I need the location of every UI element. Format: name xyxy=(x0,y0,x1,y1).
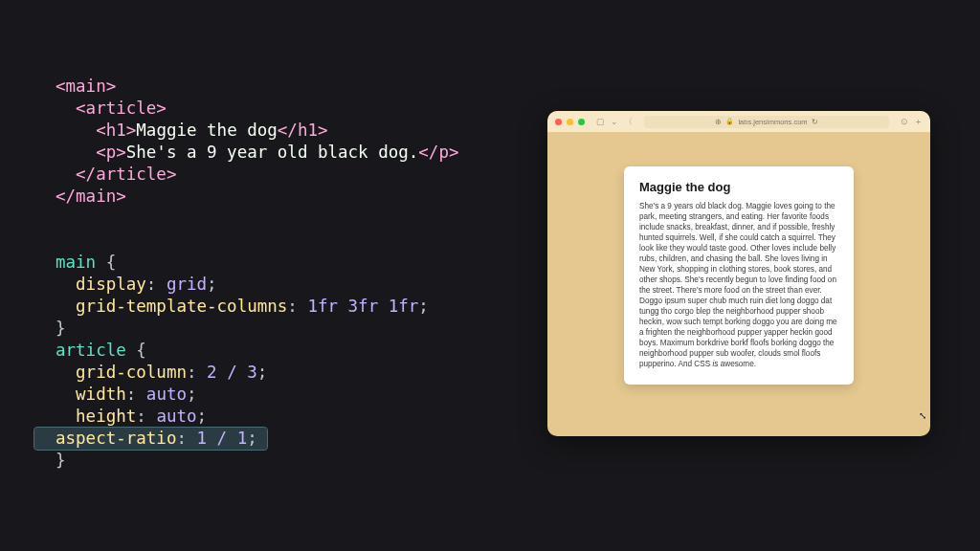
browser-window: ▢ ⌄ 〈 ⊕ 🔒 labs.jensimmons.com ↻ ⊙ ＋ Magg… xyxy=(547,111,930,436)
html-tag: </article> xyxy=(76,165,176,184)
css-selector: article xyxy=(56,341,126,360)
css-prop: grid-template-columns xyxy=(76,297,287,316)
css-val: 1 / 1 xyxy=(197,429,248,448)
css-prop: grid-column xyxy=(76,363,187,382)
css-val: 1fr 3fr 1fr xyxy=(307,297,418,316)
lock-icon: 🔒 xyxy=(725,118,734,125)
browser-toolbar: ▢ ⌄ 〈 ⊕ 🔒 labs.jensimmons.com ↻ ⊙ ＋ xyxy=(547,111,930,132)
code-block: <main> <article> <h1>Maggie the dog</h1>… xyxy=(56,54,458,472)
reload-icon[interactable]: ↻ xyxy=(812,118,818,126)
close-icon[interactable] xyxy=(555,119,562,125)
url-text: labs.jensimmons.com xyxy=(738,118,807,126)
window-traffic-lights[interactable] xyxy=(555,119,585,125)
html-tag: <article> xyxy=(76,99,167,118)
sidebar-icon[interactable]: ▢ xyxy=(596,117,605,126)
html-tag: <h1> xyxy=(96,121,136,140)
chevron-down-icon[interactable]: ⌄ xyxy=(611,117,618,126)
css-prop: width xyxy=(76,385,126,404)
css-prop: display xyxy=(76,275,146,294)
article-title: Maggie the dog xyxy=(639,180,838,194)
css-val: auto xyxy=(156,407,196,426)
css-val: grid xyxy=(167,275,207,294)
html-tag: <p> xyxy=(96,143,126,162)
page-viewport: Maggie the dog She's a 9 years old black… xyxy=(547,132,930,436)
minimize-icon[interactable] xyxy=(567,119,573,125)
html-tag: </p> xyxy=(418,143,458,162)
html-tag: </h1> xyxy=(278,121,328,140)
url-bar[interactable]: ⊕ 🔒 labs.jensimmons.com ↻ xyxy=(644,116,889,128)
html-text: She's a 9 year old black dog. xyxy=(126,143,419,162)
highlighted-line: aspect-ratio: 1 / 1; xyxy=(34,428,267,450)
html-text: Maggie the dog xyxy=(136,121,278,140)
maximize-icon[interactable] xyxy=(578,119,585,125)
html-tag: </main> xyxy=(56,187,126,206)
css-prop: aspect-ratio xyxy=(56,429,176,448)
resize-cursor-icon: ⤡ xyxy=(919,410,926,421)
article-card: Maggie the dog She's a 9 years old black… xyxy=(624,166,854,385)
share-icon[interactable]: ⊙ xyxy=(901,117,908,126)
css-prop: height xyxy=(76,407,136,426)
css-val: auto xyxy=(146,385,187,404)
back-icon[interactable]: 〈 xyxy=(624,116,633,128)
css-val: 2 / 3 xyxy=(207,363,257,382)
css-selector: main xyxy=(56,253,96,272)
new-tab-icon[interactable]: ＋ xyxy=(914,116,923,128)
shield-icon: ⊕ xyxy=(715,118,722,126)
article-body: She's a 9 years old black dog. Maggie lo… xyxy=(639,201,838,369)
html-tag: <main> xyxy=(56,77,116,96)
